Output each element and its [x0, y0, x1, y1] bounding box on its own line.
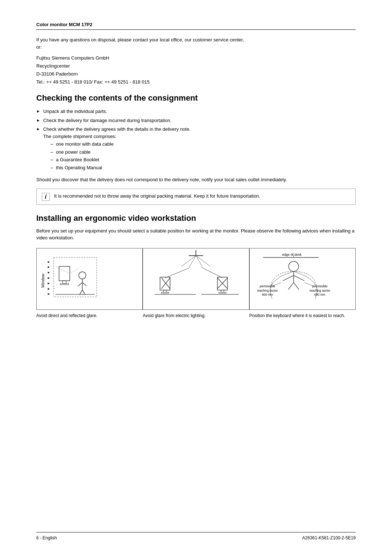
- svg-rect-31: [221, 290, 224, 292]
- company-info: Fujitsu Siemens Computers GmbH Recycling…: [36, 54, 356, 86]
- svg-rect-28: [164, 290, 167, 292]
- svg-text:Window: Window: [41, 274, 45, 288]
- info-box: i It is recommended not to throw away th…: [36, 189, 356, 205]
- svg-line-14: [78, 283, 82, 286]
- diagram-cell-1: Window ► ► ► ► ► ► ►: [36, 248, 143, 319]
- diagram-cell-2: Avoid glare from electric lighting.: [143, 248, 249, 319]
- diagram-caption-2: Avoid glare from electric lighting.: [143, 313, 209, 319]
- svg-text:►: ►: [47, 281, 50, 285]
- diagram-box-1: Window ► ► ► ► ► ► ►: [36, 248, 143, 310]
- svg-line-24: [189, 256, 196, 268]
- bullet-arrow: ►: [36, 108, 40, 114]
- svg-text:►: ►: [47, 292, 50, 296]
- header-bar: Color monitor MCM 17P2: [36, 22, 356, 30]
- svg-rect-29: [162, 292, 169, 293]
- section2-intro: Before you set up your equipment you sho…: [36, 227, 356, 242]
- svg-text:►: ►: [47, 260, 50, 263]
- diagram-box-2: [143, 248, 249, 310]
- list-item: – this Operating Manual: [50, 164, 191, 171]
- diagram-caption-3: Position the keyboard where it is easies…: [249, 313, 349, 319]
- list-item: ► Check whether the delivery agrees with…: [36, 126, 356, 172]
- svg-text:reaching sector: reaching sector: [309, 288, 330, 292]
- svg-line-20: [70, 268, 79, 274]
- svg-rect-8: [54, 258, 97, 297]
- svg-rect-32: [219, 292, 226, 293]
- list-item: ► Check the delivery for damage incurred…: [36, 117, 356, 124]
- svg-line-47: [288, 283, 294, 290]
- header-title: Color monitor MCM 17P2: [36, 22, 93, 27]
- svg-rect-11: [60, 284, 69, 285]
- svg-line-26: [196, 256, 211, 267]
- list-item: – a Guarantee Booklet: [50, 156, 191, 163]
- svg-line-34: [203, 268, 222, 278]
- svg-text:edge of desk: edge of desk: [282, 253, 302, 256]
- svg-line-15: [82, 283, 87, 286]
- svg-line-23: [181, 256, 196, 267]
- diagram-cell-3: edge of desk: [249, 248, 356, 319]
- svg-line-25: [196, 256, 203, 268]
- intro-paragraph: If you have any questions on disposal, p…: [36, 36, 356, 50]
- list-item: – one monitor with data cable: [50, 141, 191, 148]
- page: Color monitor MCM 17P2 If you have any q…: [0, 0, 392, 555]
- footer-left: 6 - English: [36, 535, 57, 540]
- info-text: It is recommended not to throw away the …: [54, 193, 260, 200]
- diagram-caption-1: Avoid direct and reflected glare.: [36, 313, 101, 319]
- svg-text:permissible: permissible: [312, 284, 328, 288]
- svg-line-48: [294, 283, 299, 290]
- svg-line-46: [294, 275, 305, 281]
- section1-title: Checking the contents of the consignment: [36, 93, 356, 103]
- svg-text:reaching sector: reaching sector: [257, 288, 278, 292]
- svg-rect-9: [59, 266, 70, 281]
- svg-point-43: [289, 261, 299, 271]
- footer: 6 - English A26361-K581-Z100-2-5E19: [36, 532, 356, 540]
- svg-text:►: ►: [47, 287, 50, 291]
- svg-text:►: ►: [47, 265, 50, 269]
- list-item: – one power cable: [50, 149, 191, 156]
- bullet-list: ► Unpack all the individual parts. ► Che…: [36, 108, 356, 172]
- footer-right: A26361-K581-Z100-2-5E19: [302, 535, 356, 540]
- svg-rect-10: [63, 281, 66, 284]
- svg-line-45: [283, 275, 294, 281]
- section2-title: Installing an ergonomic video workstatio…: [36, 214, 356, 223]
- list-item: ► Unpack all the individual parts.: [36, 108, 356, 115]
- bullet-arrow: ►: [36, 117, 40, 123]
- svg-text:►: ►: [47, 276, 50, 280]
- svg-line-19: [56, 266, 70, 274]
- svg-text:600 mm: 600 mm: [262, 293, 273, 296]
- svg-text:600 mm: 600 mm: [314, 293, 325, 296]
- bullet-arrow: ►: [36, 126, 40, 132]
- svg-line-33: [165, 268, 189, 278]
- sub-list: – one monitor with data cable – one powe…: [50, 141, 191, 171]
- svg-text:►: ►: [47, 271, 50, 274]
- diagram-box-3: edge of desk: [249, 248, 356, 310]
- info-icon: i: [42, 193, 50, 201]
- svg-text:permissible: permissible: [260, 284, 275, 288]
- svg-point-12: [79, 272, 86, 279]
- diagrams-row: Window ► ► ► ► ► ► ►: [36, 248, 356, 319]
- note-should: Should you discover that the delivery do…: [36, 176, 356, 183]
